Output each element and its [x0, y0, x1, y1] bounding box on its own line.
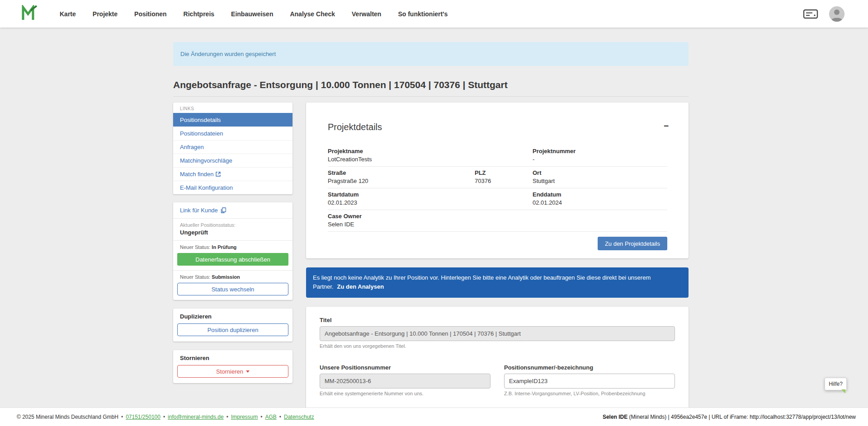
help-button-label: Hilfe? [829, 381, 843, 387]
case-owner-value: Selen IDE [328, 221, 667, 228]
sidebar-item-email-konfiguration[interactable]: E-Mail Konfiguration [173, 181, 292, 194]
titel-help: Erhält den von uns vorgegebenen Titel. [320, 343, 675, 349]
page-title: Angebotsanfrage - Entsorgung | 10.000 To… [173, 79, 689, 91]
next-status-value: In Prüfung [212, 244, 236, 250]
nav-item-positionen[interactable]: Positionen [134, 10, 167, 18]
help-beacon-tail [841, 389, 845, 393]
sidebar-item-label: E-Mail Konfiguration [180, 184, 233, 191]
copyright-text: © 2025 Mineral Minds Deutschland GmbH [17, 414, 118, 420]
unsere-positionsnummer-label: Unsere Positionsnummer [320, 364, 491, 371]
nav-item-analyse-check[interactable]: Analyse Check [290, 10, 335, 18]
collapse-icon[interactable]: − [664, 122, 669, 130]
next-status-prefix: Neuer Status: [180, 244, 210, 250]
nav-item-so-funktionierts[interactable]: So funktioniert's [398, 10, 448, 18]
main-navigation: Karte Projekte Positionen Richtpreis Ein… [60, 10, 448, 18]
project-details-card: Projektdetails − Projektname LotCreation… [306, 103, 689, 258]
email-link[interactable]: info@mineral-minds.de [168, 414, 224, 420]
go-to-project-details-button[interactable]: Zu den Projektdetails [598, 237, 667, 250]
projektnummer-label: Projektnummer [533, 148, 667, 154]
chevron-down-icon [246, 370, 250, 373]
phone-link[interactable]: 07151/250100 [126, 414, 160, 420]
positionsnummer-label: Positionsnummer/-bezeichnung [504, 364, 675, 371]
our-position-number-group: Unsere Positionsnummer Erhält eine syste… [320, 364, 491, 396]
positionsnummer-input[interactable] [504, 374, 675, 389]
separator: • [279, 414, 281, 420]
sidebar-item-positionsdetails[interactable]: Positionsdetails [173, 113, 292, 126]
server-icon[interactable] [803, 9, 818, 19]
current-status-section: Aktueller Positionsstatus: Ungeprüft [173, 218, 292, 240]
sidebar-item-label: Match finden [180, 171, 213, 178]
ort-label: Ort [533, 169, 667, 176]
sidebar-item-label: Anfragen [180, 144, 204, 150]
unsere-positionsnummer-help: Erhält eine systemgenerierte Nummer von … [320, 391, 491, 396]
datenschutz-link[interactable]: Datenschutz [284, 414, 314, 420]
unsere-positionsnummer-input [320, 374, 491, 389]
links-header: LINKS [173, 103, 292, 113]
next-status-value: Submission [212, 274, 240, 280]
duplicate-card: Duplizieren Position duplizieren [173, 309, 292, 342]
position-number-group: Positionsnummer/-bezeichnung Z.B. Intern… [504, 364, 675, 396]
sidebar-item-positionsdateien[interactable]: Positionsdateien [173, 126, 292, 140]
duplicate-title: Duplizieren [180, 313, 286, 320]
user-avatar[interactable] [829, 6, 844, 22]
copy-icon [221, 207, 226, 213]
complete-data-entry-button[interactable]: Datenerfassung abschließen [177, 253, 288, 266]
nav-item-einbauweisen[interactable]: Einbauweisen [231, 10, 273, 18]
sidebar-item-anfragen[interactable]: Anfragen [173, 140, 292, 154]
sidebar-item-matchingvorschlaege[interactable]: Matchingvorschläge [173, 154, 292, 167]
nav-item-verwalten[interactable]: Verwalten [352, 10, 381, 18]
main-column: Projektdetails − Projektname LotCreation… [306, 103, 689, 426]
next-status-label: Neuer Status: Submission [180, 274, 286, 280]
nav-item-projekte[interactable]: Projekte [93, 10, 118, 18]
sidebar-links-card: LINKS Positionsdetails Positionsdateien … [173, 103, 292, 194]
sidebar-item-label: Positionsdetails [180, 117, 221, 123]
cancel-title: Stornieren [180, 355, 286, 361]
ort-value: Stuttgart [533, 178, 667, 184]
separator: • [260, 414, 262, 420]
projektname-value: LotCreationTests [328, 156, 533, 163]
mineral-minds-logo[interactable] [21, 5, 38, 23]
plz-label: PLZ [475, 169, 533, 176]
success-alert: Die Änderungen wurden gespeichert [173, 42, 689, 66]
page-container: Die Änderungen wurden gespeichert Angebo… [173, 28, 689, 426]
navbar-right-actions [803, 6, 844, 22]
alert-message: Die Änderungen wurden gespeichert [180, 51, 276, 57]
projektnummer-value: - [533, 156, 667, 163]
enddatum-label: Enddatum [533, 191, 667, 198]
titel-input [320, 326, 675, 341]
case-owner-label: Case Owner [328, 213, 667, 220]
projektname-label: Projektname [328, 148, 533, 154]
next-status-pruefung-section: Neuer Status: In Prüfung Datenerfassung … [173, 240, 292, 270]
strasse-value: Pragstraße 120 [328, 178, 475, 184]
agb-link[interactable]: AGB [265, 414, 276, 420]
session-details: (Mineral Minds) | 4956ea2e457e | URL of … [627, 414, 856, 420]
help-button[interactable]: Hilfe? [825, 378, 847, 390]
go-to-analyses-link[interactable]: Zu den Analysen [337, 283, 384, 290]
separator: • [226, 414, 228, 420]
startdatum-label: Startdatum [328, 191, 533, 198]
logo-icon [21, 5, 38, 23]
nav-item-richtpreis[interactable]: Richtpreis [184, 10, 214, 18]
impressum-link[interactable]: Impressum [231, 414, 258, 420]
nav-item-karte[interactable]: Karte [60, 10, 76, 18]
title-divider [173, 96, 689, 97]
cancel-dropdown-button[interactable]: Stornieren [177, 365, 288, 378]
sidebar: LINKS Positionsdetails Positionsdateien … [173, 103, 292, 426]
strasse-label: Straße [328, 169, 475, 176]
sidebar-item-label: Matchingvorschläge [180, 157, 232, 164]
next-status-submission-section: Neuer Status: Submission Status wechseln [173, 270, 292, 300]
cancel-button-label: Stornieren [216, 368, 243, 375]
project-row-dates: Startdatum 02.01.2023 Enddatum 02.01.202… [328, 188, 667, 210]
switch-status-button[interactable]: Status wechseln [177, 283, 288, 295]
positionsnummer-help: Z.B. Interne-Vorgangsnummer, LV-Position… [504, 391, 675, 396]
sidebar-item-match-finden[interactable]: Match finden [173, 167, 292, 181]
footer-left: © 2025 Mineral Minds Deutschland GmbH • … [17, 414, 314, 420]
titel-label: Titel [320, 317, 675, 323]
separator: • [163, 414, 165, 420]
duplicate-position-button[interactable]: Position duplizieren [177, 323, 288, 336]
project-row-name: Projektname LotCreationTests Projektnumm… [328, 145, 667, 167]
current-status-value: Ungeprüft [180, 229, 286, 236]
session-user: Selen IDE [603, 414, 627, 420]
cancel-card: Stornieren Stornieren [173, 350, 292, 383]
customer-link[interactable]: Link für Kunde [173, 202, 292, 218]
